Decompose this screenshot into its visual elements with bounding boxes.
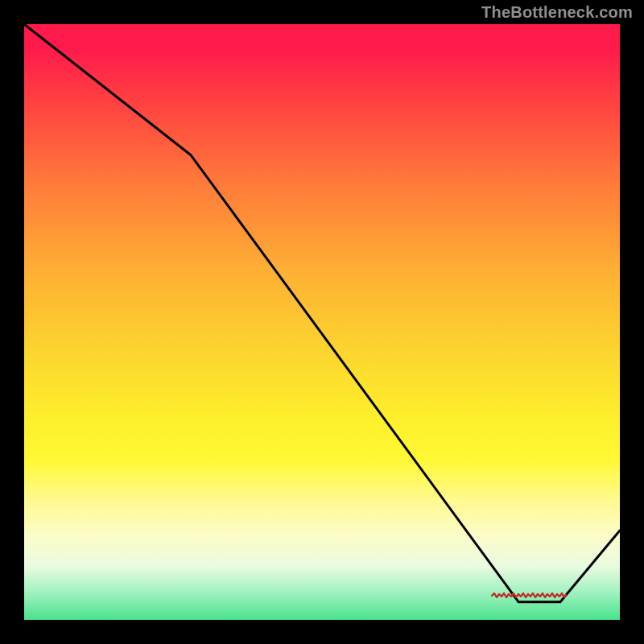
chart-frame [24, 24, 620, 620]
watermark-text: TheBottleneck.com [481, 3, 633, 22]
chart-stage: TheBottleneck.com [0, 0, 644, 644]
chart-line-svg [24, 24, 620, 620]
bottleneck-curve-path [24, 24, 620, 602]
